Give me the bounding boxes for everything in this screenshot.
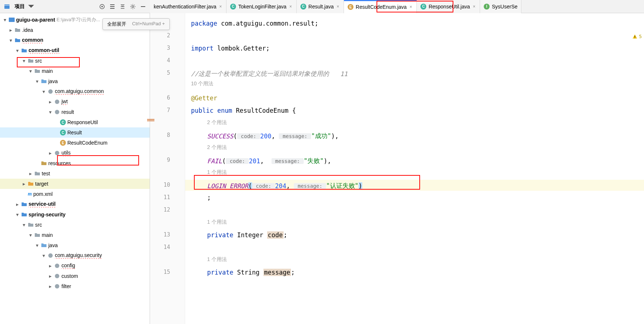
chevron-right-icon[interactable]: ▸ (48, 273, 53, 279)
chevron-down-icon[interactable]: ▾ (15, 212, 20, 217)
svg-point-12 (55, 110, 59, 114)
line-num: 10 (164, 182, 170, 188)
tree-main-1[interactable]: ▾ main (0, 66, 150, 76)
tab-token-login[interactable]: C TokenLoginFilter.java × (226, 0, 297, 13)
tab-sys-user[interactable]: I SysUserSe (480, 0, 521, 13)
chevron-right-icon[interactable]: ▸ (28, 171, 33, 176)
chevron-right-icon[interactable]: ▸ (21, 181, 26, 186)
dropdown-icon[interactable] (27, 3, 35, 11)
tree-src-2[interactable]: ▾ src (0, 220, 150, 230)
chevron-down-icon[interactable]: ▾ (2, 17, 7, 22)
class-icon: C (60, 130, 66, 135)
usage-hint-1a[interactable]: 1 个用法 (207, 169, 227, 176)
chevron-right-icon[interactable]: ▸ (8, 27, 13, 33)
tab-label: TokenLoginFilter.java (238, 4, 287, 10)
tab-auth-filter[interactable]: kenAuthenticationFilter.java × (150, 0, 226, 13)
package-icon (54, 263, 60, 269)
tree-utils[interactable]: ▸ utils (0, 148, 150, 158)
chevron-down-icon[interactable]: ▾ (41, 89, 46, 94)
tree-spring-security[interactable]: ▾ spring-security (0, 209, 150, 220)
close-icon[interactable]: × (336, 4, 340, 9)
chevron-down-icon[interactable]: ▾ (34, 243, 40, 248)
usage-hint-1c[interactable]: 1 个用法 (207, 256, 227, 263)
tab-result-code-enum[interactable]: E ResultCodeEnum.java × (344, 0, 417, 13)
tree-jwt[interactable]: ▸ jwt (0, 97, 150, 107)
tree-pkg-common[interactable]: ▾ com.atguigu.common (0, 86, 150, 97)
usage-hint-1b[interactable]: 1 个用法 (207, 219, 227, 226)
tree-test-1[interactable]: ▸ test (0, 168, 150, 179)
chevron-down-icon[interactable]: ▾ (21, 222, 26, 227)
tree-path: E:\java学习\云尚办... (57, 16, 100, 23)
tree-response-util[interactable]: C ResponseUtil (0, 117, 150, 127)
expand-all-icon[interactable] (108, 3, 116, 11)
tree-main-2[interactable]: ▾ main (0, 230, 150, 240)
tree-result-class[interactable]: C Result (0, 127, 150, 138)
top-bar: 项目 kenAuthenticationFilter.java × C Toke… (0, 0, 644, 13)
settings-icon[interactable] (129, 3, 137, 11)
tree-java-1[interactable]: ▾ java (0, 76, 150, 86)
panel-resize-handle[interactable] (147, 119, 154, 121)
tree-resources-1[interactable]: resources (0, 158, 150, 168)
resources-icon (41, 160, 47, 166)
chevron-down-icon[interactable]: ▾ (8, 38, 13, 43)
tree-custom[interactable]: ▸ custom (0, 271, 150, 281)
tree-service-util[interactable]: ▸ service-util (0, 199, 150, 209)
close-icon[interactable]: × (472, 4, 476, 9)
module-icon (9, 17, 15, 23)
tree-pkg-security[interactable]: ▾ com.atguigu.security (0, 250, 150, 261)
line-num: 11 (164, 194, 170, 201)
warning-indicator[interactable]: 5 (632, 34, 642, 39)
tree-label: Result (67, 130, 82, 135)
chevron-down-icon[interactable]: ▾ (48, 109, 53, 115)
close-icon[interactable]: × (409, 4, 413, 10)
chevron-down-icon[interactable]: ▾ (34, 79, 40, 84)
tree-result[interactable]: ▾ result (0, 107, 150, 117)
close-icon[interactable]: × (289, 4, 293, 9)
tree-config[interactable]: ▸ config (0, 261, 150, 271)
tree-pom-1[interactable]: m pom.xml (0, 189, 150, 199)
code-body[interactable]: package com.atguigu.common.result; impor… (185, 13, 644, 324)
tree-target-1[interactable]: ▸ target (0, 179, 150, 189)
usage-hint-2b[interactable]: 2 个用法 (207, 144, 227, 151)
chevron-right-icon[interactable]: ▸ (15, 202, 20, 207)
tree-common-util[interactable]: ▾ common-util (0, 45, 150, 56)
code-editor[interactable]: 1 2 3 4 5 6 7 8 9 10 11 12 13 14 15 pack… (150, 13, 644, 324)
usage-hint-2a[interactable]: 2 个用法 (207, 119, 227, 126)
chevron-down-icon[interactable]: ▾ (15, 48, 20, 53)
svg-rect-9 (9, 18, 15, 22)
tree-label: src (35, 222, 42, 228)
line-num: 4 (167, 57, 170, 64)
tree-src-1[interactable]: ▾ src (0, 56, 150, 66)
chevron-right-icon[interactable]: ▸ (48, 263, 53, 268)
tree-label: target (35, 181, 48, 187)
svg-rect-6 (110, 8, 115, 9)
line-num: 13 (164, 231, 170, 238)
tree-java-2[interactable]: ▾ java (0, 240, 150, 250)
chevron-down-icon[interactable]: ▾ (28, 68, 33, 74)
editor-tabs: kenAuthenticationFilter.java × C TokenLo… (150, 0, 644, 13)
usage-hint-10[interactable]: 10 个用法 (191, 81, 213, 87)
module-icon (21, 212, 27, 217)
project-panel-title: 项目 (15, 3, 25, 10)
tree-common[interactable]: ▾ common (0, 35, 150, 45)
select-opened-icon[interactable] (98, 3, 106, 11)
svg-rect-4 (110, 4, 115, 5)
tree-result-code-enum[interactable]: E ResultCodeEnum (0, 138, 150, 148)
close-icon[interactable]: × (218, 4, 222, 9)
tree-filter[interactable]: ▸ filter (0, 281, 150, 291)
folder-icon (34, 171, 40, 176)
chevron-right-icon[interactable]: ▸ (48, 150, 53, 156)
tree-label: test (42, 171, 50, 176)
chevron-down-icon[interactable]: ▾ (41, 253, 46, 258)
hide-icon[interactable] (139, 3, 147, 11)
chevron-right-icon[interactable]: ▸ (48, 99, 53, 104)
chevron-right-icon[interactable]: ▸ (48, 284, 53, 289)
tree-label: utils (61, 150, 71, 156)
svg-rect-19 (634, 37, 635, 38)
chevron-down-icon[interactable]: ▾ (21, 58, 26, 63)
collapse-all-icon[interactable] (119, 3, 127, 11)
tab-result[interactable]: C Result.java × (297, 0, 344, 13)
chevron-down-icon[interactable]: ▾ (28, 232, 33, 238)
code-line-field-msg: private String message; (207, 269, 295, 276)
tab-response-util[interactable]: C ResponseUtil.java × (417, 0, 480, 13)
